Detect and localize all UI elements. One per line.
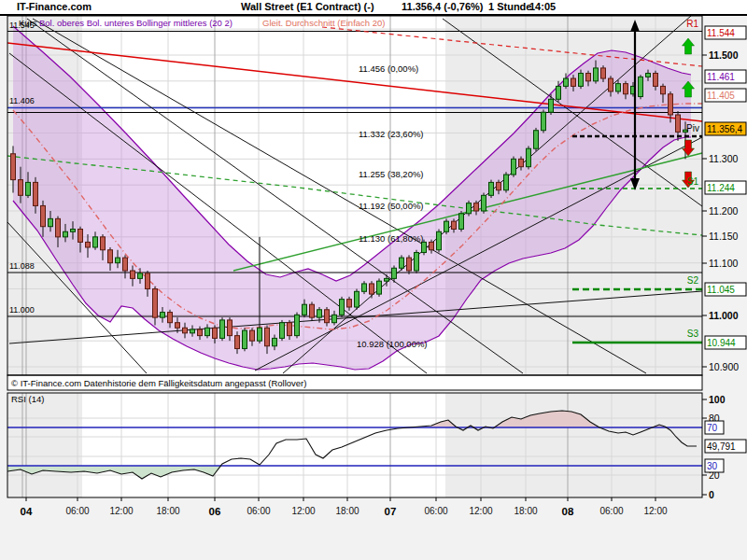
candle-body	[669, 94, 673, 115]
candle-body	[310, 304, 315, 317]
fib-level-label: 11.192 (50,00%)	[359, 201, 424, 211]
candle-body	[220, 320, 225, 338]
price-axis-tick-label: 11.200	[709, 205, 738, 217]
x-axis-hour-label: 12:00	[643, 506, 667, 516]
candle-body	[392, 268, 397, 278]
candle-body	[228, 320, 233, 336]
candle-body	[243, 330, 247, 348]
x-axis-day-label: 06	[209, 506, 221, 517]
candle-body	[571, 78, 576, 86]
price-axis-box-label: 11.356,4	[707, 124, 743, 134]
candle-body	[258, 328, 262, 341]
x-axis-hour-label: 06:00	[424, 506, 447, 516]
candle-body	[235, 336, 240, 349]
copyright-text: © IT-Finance.com Datenhistorie dem Fälli…	[11, 378, 306, 388]
price-axis-box-label: 11.045	[707, 285, 735, 295]
candle-body	[519, 159, 524, 166]
brand-logo: IT-Finance.com	[17, 1, 92, 12]
price-axis-tick-label: 11.000	[709, 310, 739, 321]
header-bar: IT-Finance.com Wall Street (E1 Contract)…	[0, 0, 747, 16]
candle-body	[489, 182, 494, 195]
candle-body	[168, 313, 173, 323]
price-axis-box-label: 11.244	[707, 183, 735, 193]
candle-body	[11, 154, 16, 180]
candle-body	[34, 182, 38, 205]
candle-body	[549, 99, 554, 112]
candle-body	[482, 195, 486, 211]
candle-body	[303, 304, 307, 315]
legend-bollinger: Bol. oberes Bol. unteres Bollinger mittl…	[39, 18, 233, 28]
candle-body	[459, 214, 464, 230]
trading-app-window: IT-Finance.com Wall Street (E1 Contract)…	[0, 0, 747, 560]
candle-body	[280, 323, 285, 339]
x-axis-day-label: 04	[21, 506, 33, 517]
candle-body	[452, 221, 457, 229]
candle-body	[400, 258, 404, 268]
candle-body	[265, 328, 270, 345]
x-axis-hour-label: 12:00	[109, 506, 133, 516]
candle-body	[661, 86, 666, 93]
candle-body	[676, 115, 681, 132]
candle-body	[347, 300, 352, 307]
candle-body	[78, 229, 83, 242]
candle-body	[332, 315, 337, 322]
fib-level-label: 11.130 (61,80%)	[359, 233, 424, 244]
candle-body	[86, 242, 91, 247]
candle-body	[116, 258, 120, 263]
x-axis-hour-label: 12:00	[291, 506, 315, 516]
candle-body	[213, 328, 218, 338]
rsi-axis-box-label: 70	[707, 423, 718, 433]
pivot-name-label: S1	[687, 176, 699, 187]
candle-body	[542, 112, 546, 130]
candle-body	[497, 182, 501, 189]
candle-body	[609, 78, 613, 91]
candle-body	[93, 237, 98, 247]
rsi-axis-box-label: 49,791	[707, 441, 736, 452]
candle-body	[123, 258, 128, 271]
candle-body	[198, 329, 203, 336]
clock-label: 14:05	[529, 1, 556, 12]
candle-body	[534, 131, 539, 148]
price-axis-tick-label: 11.150	[709, 231, 738, 242]
candle-body	[49, 218, 53, 226]
candle-body	[288, 323, 292, 336]
x-axis-hour-label: 06:00	[599, 506, 623, 516]
candle-body	[183, 328, 188, 333]
candle-body	[616, 84, 621, 91]
candle-body	[205, 328, 210, 335]
left-axis-label: 11.000	[9, 305, 35, 315]
candle-body	[594, 68, 599, 81]
candle-body	[340, 300, 345, 315]
candle-body	[504, 175, 509, 190]
candle-body	[63, 231, 68, 237]
price-axis-tick-label: 11.500	[709, 49, 739, 61]
pivot-name-label: S3	[687, 329, 699, 339]
candle-body	[325, 310, 330, 323]
rsi-axis-box-label: 30	[707, 461, 718, 471]
rsi-axis-tick-label: 100	[709, 394, 726, 405]
candle-body	[557, 86, 561, 99]
session-band-rsi	[82, 393, 445, 497]
rsi-indicator-label: RSI (14)	[11, 394, 44, 404]
chart-canvas[interactable]: 11.456 (0,00%)11.332 (23,60%)11.255 (38,…	[0, 0, 747, 560]
candle-body	[101, 237, 106, 250]
quote-change: 11.356,4 (-0,76%)	[402, 1, 483, 12]
pivot-name-label: R1	[686, 19, 698, 29]
fib-level-label: 11.332 (23,60%)	[359, 129, 424, 139]
candle-body	[26, 182, 31, 195]
candle-body	[19, 180, 23, 196]
candle-body	[474, 203, 479, 211]
pivot-name-label: S2	[687, 275, 699, 286]
candle-body	[527, 148, 531, 166]
candle-body	[646, 73, 651, 77]
candle-body	[624, 84, 628, 94]
candle-body	[146, 273, 150, 289]
candle-body	[317, 310, 322, 317]
candle-body	[407, 258, 412, 271]
candle-body	[295, 315, 300, 335]
candle-body	[385, 278, 389, 281]
interval-label[interactable]: 1 Stunde	[488, 1, 531, 12]
candle-body	[430, 242, 434, 249]
price-axis-tick-label: 10.900	[709, 361, 739, 372]
x-axis-hour-label: 18:00	[335, 506, 359, 516]
